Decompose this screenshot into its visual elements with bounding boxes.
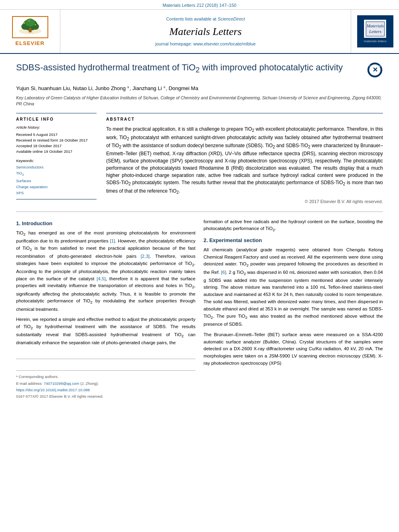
crossmark-icon: ✕ CrossMark	[367, 62, 383, 78]
journal-center-info: Contents lists available at ScienceDirec…	[60, 10, 351, 53]
svg-text:✦: ✦	[34, 23, 37, 27]
elsevier-logo-box: ✦ ✦ ✦	[12, 16, 48, 38]
accepted-date: Accepted 18 October 2017	[16, 143, 97, 149]
intro-continuation: formation of active free radicals and th…	[204, 218, 383, 234]
email-attribution: (J. Zhong).	[80, 381, 99, 386]
received-date-2: Received in revised form 16 October 2017	[16, 138, 97, 143]
elsevier-logo-container: ✦ ✦ ✦ ELSEVIER	[0, 10, 60, 53]
svg-point-9	[29, 28, 31, 30]
materials-letters-badge: Materials Letters materials letters	[351, 10, 399, 53]
crossmark-badge: ✕ CrossMark	[367, 62, 383, 78]
keyword-tio2: TiO2	[16, 170, 97, 178]
article-affiliation: Key Laboratory of Green Catalysis of Hig…	[16, 95, 383, 107]
svg-text:Letters: Letters	[368, 29, 381, 34]
experimental-paragraph-2: The Brunauer–Emmett–Teller (BET) surface…	[204, 331, 383, 367]
abstract-section: ABSTRACT To meet the practical applicati…	[106, 113, 383, 205]
body-right-column: formation of active free radicals and th…	[204, 218, 383, 401]
article-info-box: ARTICLE INFO Article history: Received 5…	[16, 113, 97, 199]
article-history-label: Article history:	[16, 125, 97, 130]
sciencedirect-link[interactable]: ScienceDirect	[218, 16, 245, 21]
doi-line: https://doi.org/10.1016/j.matlet.2017.10…	[16, 387, 195, 392]
elsevier-brand-text: ELSEVIER	[15, 40, 44, 47]
keyword-charge-separation: Charge separation	[16, 184, 97, 190]
svg-text:✕: ✕	[372, 66, 378, 73]
experimental-heading: 2. Experimental section	[204, 237, 383, 244]
intro-paragraph-2: Herein, we reported a simple and effecti…	[16, 316, 195, 347]
email-address[interactable]: 740710298@qq.com	[44, 381, 79, 386]
contents-availability: Contents lists available at ScienceDirec…	[166, 16, 245, 22]
article-info-title: ARTICLE INFO	[16, 117, 97, 122]
svg-text:✦: ✦	[23, 21, 26, 25]
experimental-paragraph-1: All chemicals (analytical grade reagents…	[204, 246, 383, 328]
body-left-column: 1. Introduction TiO2 has emerged as one …	[16, 218, 195, 401]
elsevier-tree-icon: ✦ ✦ ✦	[14, 17, 46, 37]
body-columns: 1. Introduction TiO2 has emerged as one …	[16, 218, 383, 401]
top-bar: Materials Letters 212 (2018) 147–150	[0, 0, 399, 10]
journal-homepage-url[interactable]: www.elsevier.com/locate/mlblue	[193, 41, 255, 46]
article-title-text: SDBS-assisted hydrothermal treatment of …	[16, 62, 367, 75]
keywords-label: Keywords:	[16, 158, 97, 163]
svg-text:Materials: Materials	[366, 23, 384, 28]
available-date: Available online 19 October 2017	[16, 149, 97, 154]
intro-heading: 1. Introduction	[16, 220, 195, 227]
footnote-section: * Corresponding authors. E-mail address:…	[16, 359, 195, 399]
ml-icon-box: Materials Letters	[364, 20, 386, 38]
abstract-title: ABSTRACT	[106, 117, 383, 122]
journal-reference: Materials Letters 212 (2018) 147–150	[0, 2, 399, 8]
journal-title: Materials Letters	[169, 25, 242, 39]
article-info-abstract-section: ARTICLE INFO Article history: Received 5…	[16, 113, 383, 205]
journal-header: ✦ ✦ ✦ ELSEVIER Contents lists available …	[0, 10, 399, 54]
article-footer: * Corresponding authors. E-mail address:…	[16, 370, 195, 399]
keywords-section: Keywords: Semiconductors TiO2 Surfaces C…	[16, 158, 97, 196]
elsevier-logo: ✦ ✦ ✦ ELSEVIER	[12, 16, 48, 47]
ml-logo-icon: Materials Letters	[365, 21, 385, 37]
issn-line: 0167-577X/© 2017 Elsevier B.V. All right…	[16, 394, 195, 399]
intro-paragraph-1: TiO2 has emerged as one of the most prom…	[16, 230, 195, 313]
svg-text:CrossMark: CrossMark	[369, 65, 381, 67]
email-label: E-mail address:	[16, 381, 43, 386]
corresponding-authors-note: * Corresponding authors.	[16, 374, 195, 379]
article-title-section: SDBS-assisted hydrothermal treatment of …	[16, 62, 383, 78]
abstract-text: To meet the practical application, it is…	[106, 125, 383, 195]
email-line: E-mail address: 740710298@qq.com (J. Zho…	[16, 381, 195, 386]
ml-badge-label: materials letters	[364, 39, 386, 43]
keyword-xps: XPS	[16, 190, 97, 196]
keyword-surfaces: Surfaces	[16, 178, 97, 184]
article-info-column: ARTICLE INFO Article history: Received 5…	[16, 113, 97, 205]
section-divider	[16, 212, 383, 212]
ml-logo: Materials Letters materials letters	[357, 15, 393, 47]
article-authors: Yujun Si, huanhuan Liu, Nutao Li, Junbo …	[16, 84, 383, 92]
copyright-notice: © 2017 Elsevier B.V. All rights reserved…	[106, 199, 383, 205]
article-content: SDBS-assisted hydrothermal treatment of …	[0, 54, 399, 408]
svg-text:✦: ✦	[28, 20, 30, 22]
doi-link[interactable]: https://doi.org/10.1016/j.matlet.2017.10…	[16, 388, 90, 392]
abstract-column: ABSTRACT To meet the practical applicati…	[106, 113, 383, 205]
journal-homepage: journal homepage: www.elsevier.com/locat…	[155, 41, 255, 47]
svg-point-5	[25, 18, 35, 27]
received-date-1: Received 5 August 2017	[16, 132, 97, 138]
keyword-semiconductors: Semiconductors	[16, 164, 97, 170]
